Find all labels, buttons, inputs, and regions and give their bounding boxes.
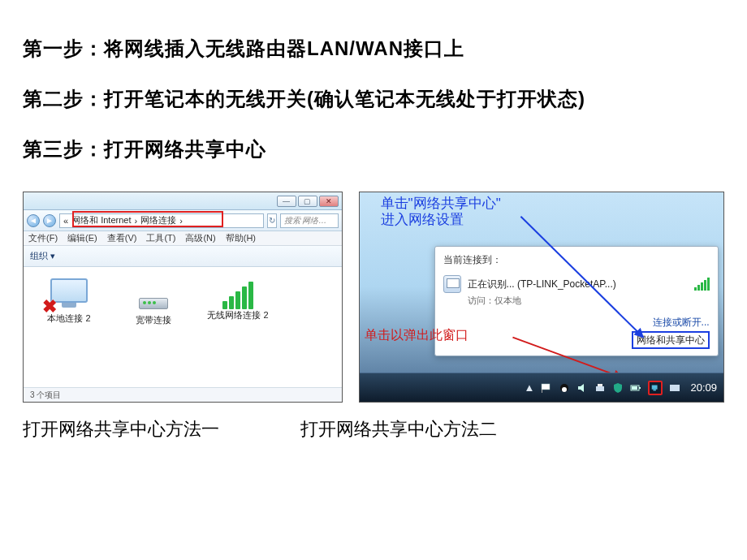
screenshot-method-1: — ▢ ✕ ◄ ► « 网络和 Internet › 网络连接 › ↻ <box>23 192 343 403</box>
svg-rect-3 <box>542 390 542 393</box>
network-icon <box>443 275 461 293</box>
tray-clock[interactable]: 20:09 <box>690 381 717 394</box>
connection-label: 无线网络连接 2 <box>207 309 269 321</box>
step-3: 第三步：打开网络共享中心 <box>23 136 724 162</box>
breadcrumb[interactable]: « 网络和 Internet › 网络连接 › <box>59 213 264 228</box>
tray-battery-icon[interactable] <box>630 382 641 394</box>
svg-rect-10 <box>632 386 637 390</box>
menu-advanced[interactable]: 高级(N) <box>185 232 215 244</box>
network-popup: 当前连接到： 正在识别... (TP-LINK_PocketAP...) 访问：… <box>434 246 719 356</box>
annotation-red-instruction: 单击以弹出此窗口 <box>365 327 468 344</box>
wifi-bars-icon <box>220 278 256 309</box>
popup-connection-name: 正在识别... (TP-LINK_PocketAP...) <box>468 278 616 291</box>
system-tray[interactable]: ▲ 20:09 <box>525 381 717 395</box>
address-bar-row: ◄ ► « 网络和 Internet › 网络连接 › ↻ 搜索 网络… <box>24 210 342 231</box>
svg-rect-7 <box>598 384 602 386</box>
status-bar: 3 个项目 <box>24 387 342 402</box>
forward-button[interactable]: ► <box>43 214 56 227</box>
menu-edit[interactable]: 编辑(E) <box>67 232 97 244</box>
status-count: 3 个项目 <box>30 390 61 401</box>
breadcrumb-prefix: « <box>63 216 68 226</box>
connection-wireless[interactable]: 无线网络连接 2 <box>207 278 269 321</box>
signal-bars-icon <box>694 278 710 291</box>
back-button[interactable]: ◄ <box>27 214 40 227</box>
annotation-blue-instruction: 单击"网络共享中心" 进入网络设置 <box>381 196 501 228</box>
menu-view[interactable]: 查看(V) <box>107 232 137 244</box>
annotation-blue-line2: 进入网络设置 <box>381 212 464 227</box>
connections-pane: ✖ 本地连接 2 宽带连接 无线网络连接 2 <box>24 267 342 387</box>
toolbar: 组织 ▾ <box>24 246 342 267</box>
svg-rect-9 <box>639 387 641 389</box>
refresh-button[interactable]: ↻ <box>267 213 277 228</box>
tray-chevron-icon[interactable]: ▲ <box>525 381 535 394</box>
svg-rect-13 <box>670 385 680 391</box>
menu-tools[interactable]: 工具(T) <box>146 232 175 244</box>
close-button[interactable]: ✕ <box>319 196 339 207</box>
connection-broadband[interactable]: 宽带连接 <box>123 278 184 326</box>
minimize-button[interactable]: — <box>277 196 296 207</box>
screenshot-method-2: 单击"网络共享中心" 进入网络设置 当前连接到： 正在识别... (TP-LIN… <box>359 192 724 403</box>
search-placeholder: 搜索 网络… <box>284 215 327 226</box>
menu-bar: 文件(F) 编辑(E) 查看(V) 工具(T) 高级(N) 帮助(H) <box>24 231 342 246</box>
annotation-blue-line1: 单击"网络共享中心" <box>381 196 501 211</box>
popup-header: 当前连接到： <box>443 253 710 267</box>
organize-dropdown[interactable]: 组织 ▾ <box>30 250 55 262</box>
search-input[interactable]: 搜索 网络… <box>280 213 339 228</box>
svg-rect-6 <box>596 386 604 391</box>
tray-network-icon-highlighted[interactable] <box>648 381 663 395</box>
step-2: 第二步：打开笔记本的无线开关(确认笔记本无线处于打开状态) <box>23 86 724 112</box>
tray-printer-icon[interactable] <box>594 382 606 394</box>
connection-local[interactable]: ✖ 本地连接 2 <box>38 278 100 325</box>
breadcrumb-seg-1[interactable]: 网络和 Internet <box>71 214 131 226</box>
chevron-right-icon: › <box>179 216 183 226</box>
maximize-button[interactable]: ▢ <box>298 196 317 207</box>
modem-icon <box>139 298 168 309</box>
tray-flag-icon[interactable] <box>541 382 552 394</box>
caption-method-1: 打开网络共享中心方法一 <box>23 417 274 442</box>
svg-point-5 <box>562 387 567 392</box>
tray-speaker-icon[interactable] <box>576 382 588 394</box>
popup-connection-row[interactable]: 正在识别... (TP-LINK_PocketAP...) <box>443 272 710 296</box>
step-1: 第一步：将网线插入无线路由器LAN/WAN接口上 <box>23 36 724 62</box>
menu-help[interactable]: 帮助(H) <box>226 232 256 244</box>
taskbar: ▲ 20:09 <box>360 373 723 402</box>
chevron-right-icon: › <box>134 216 137 226</box>
popup-link-network-center[interactable]: 网络和共享中心 <box>632 331 710 349</box>
svg-rect-12 <box>654 389 656 390</box>
menu-file[interactable]: 文件(F) <box>28 232 58 244</box>
connection-label: 宽带连接 <box>123 314 184 326</box>
tray-ime-icon[interactable] <box>669 382 680 394</box>
window-titlebar: — ▢ ✕ <box>24 192 342 210</box>
popup-link-disconnect[interactable]: 连接或断开... <box>653 317 710 328</box>
svg-rect-2 <box>542 384 550 390</box>
disconnected-x-icon: ✖ <box>42 301 57 316</box>
caption-method-2: 打开网络共享中心方法二 <box>300 417 497 442</box>
svg-rect-11 <box>652 385 658 389</box>
tray-shield-icon[interactable] <box>612 382 624 394</box>
breadcrumb-seg-2[interactable]: 网络连接 <box>140 214 176 226</box>
tray-penguin-icon[interactable] <box>559 382 570 394</box>
popup-access-text: 访问：仅本地 <box>468 295 710 307</box>
